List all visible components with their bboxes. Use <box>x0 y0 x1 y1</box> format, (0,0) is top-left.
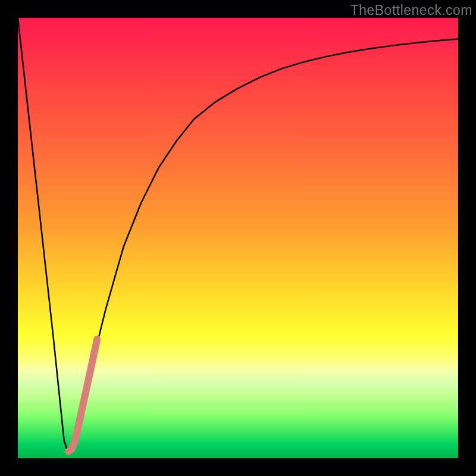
plot-area <box>18 18 458 458</box>
pink-segment-path <box>68 339 97 452</box>
chart-svg <box>18 18 458 458</box>
watermark-label: TheBottleneck.com <box>350 2 472 18</box>
outer-frame: TheBottleneck.com <box>0 0 476 476</box>
